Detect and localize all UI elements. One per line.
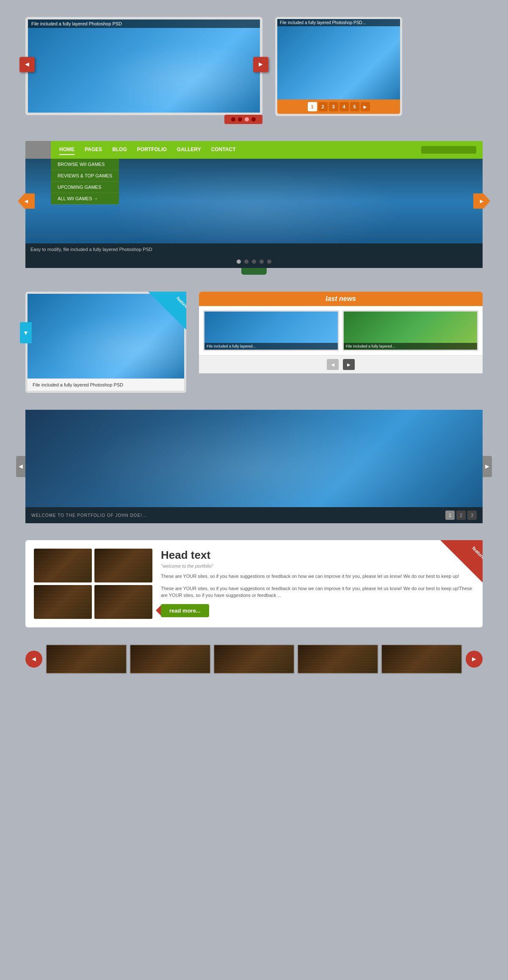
nav-bar: HOME PAGES BLOG PORTFOLIO GALLERY CONTAC…: [25, 141, 483, 159]
dot-3[interactable]: [245, 117, 249, 121]
portfolio-caption: WELCOME TO THE PORTFOLIO OF JOHN DOE!...: [31, 513, 147, 518]
slider-large-title: File included a fully layered Photoshop …: [28, 19, 260, 28]
page-1[interactable]: 1: [308, 102, 317, 111]
content-images: [34, 549, 152, 619]
dot-4[interactable]: [251, 117, 256, 121]
dropdown-menu: BROWSE WII GAMES REVIEWS & TOP GAMES UPC…: [51, 159, 119, 204]
slider-large-nav-left[interactable]: ◄: [19, 57, 35, 72]
news-thumb-1: File included a fully layered...: [203, 310, 339, 351]
featured-caption: File included a fully layered Photoshop …: [28, 378, 184, 391]
content-img-2: [94, 549, 152, 582]
slider-nav-right[interactable]: ►: [473, 193, 490, 209]
nav-item-home[interactable]: HOME: [59, 145, 75, 155]
content-img-4: [94, 585, 152, 619]
slider-large-slide: File included a fully layered Photoshop …: [28, 19, 260, 113]
featured-ribbon: featured: [148, 292, 186, 330]
portfolio-page-3[interactable]: 3: [467, 511, 477, 520]
section-portfolio: ◄ ► WELCOME TO THE PORTFOLIO OF JOHN DOE…: [25, 410, 483, 523]
dd-reviews[interactable]: REVIEWS & TOP GAMES: [51, 170, 119, 182]
search-bar[interactable]: [421, 146, 476, 154]
thumb-item-3[interactable]: [213, 644, 295, 674]
slider-large-nav-right[interactable]: ►: [253, 57, 268, 72]
thumbstrip-nav-right[interactable]: ►: [466, 651, 483, 668]
news-thumb-caption-1: File included a fully layered...: [204, 343, 338, 350]
content-img-1: [34, 549, 92, 582]
sdot-3[interactable]: [252, 259, 256, 264]
dot-2[interactable]: [238, 117, 242, 121]
sdot-2[interactable]: [244, 259, 248, 264]
dd-all[interactable]: ALL WII GAMES →: [51, 193, 119, 204]
slider-large: File included a fully layered Photoshop …: [25, 17, 262, 124]
dot-1[interactable]: [231, 117, 235, 121]
content-img-3: [34, 585, 92, 619]
featured-card: featured ▼ File included a fully layered…: [25, 292, 186, 393]
slider-nav-left[interactable]: ◄: [18, 193, 35, 209]
content-ribbon-text: featured: [471, 545, 483, 562]
content-body-text-2: These are YOUR sites, so if you have sug…: [161, 585, 474, 599]
portfolio-slider: ◄ ► WELCOME TO THE PORTFOLIO OF JOHN DOE…: [25, 410, 483, 523]
sdot-4[interactable]: [260, 259, 264, 264]
last-news: last news File included a fully layered.…: [199, 292, 483, 373]
logo-box: [25, 141, 51, 159]
sdot-1[interactable]: [237, 259, 241, 264]
content-ribbon: featured: [440, 540, 483, 582]
section-nav-slider: HOME PAGES BLOG PORTFOLIO GALLERY CONTAC…: [25, 141, 483, 275]
dd-browse[interactable]: BROWSE WII GAMES: [51, 159, 119, 170]
news-header: last news: [199, 292, 483, 306]
dd-upcoming[interactable]: UPCOMING GAMES: [51, 182, 119, 193]
portfolio-pages: 1 2 3: [445, 511, 477, 520]
section-thumbstrip: ◄ ►: [25, 644, 483, 674]
thumb-item-4[interactable]: [297, 644, 378, 674]
section-sliders: File included a fully layered Photoshop …: [25, 17, 483, 124]
news-thumbs: File included a fully layered... File in…: [199, 306, 483, 355]
nav-item-gallery[interactable]: GALLERY: [177, 145, 201, 155]
content-head-text: Head text: [161, 549, 474, 562]
news-nav-prev[interactable]: ◄: [327, 359, 339, 370]
nav-items: HOME PAGES BLOG PORTFOLIO GALLERY CONTAC…: [51, 145, 421, 155]
slider-small-nav-right[interactable]: ►: [361, 102, 370, 111]
slider-caption-bar: Easy to modify, file included a fully la…: [25, 243, 483, 255]
content-text: Head text "welcome to the portfolio" The…: [161, 549, 474, 619]
nav-item-pages[interactable]: PAGES: [85, 145, 102, 155]
slider-caption: Easy to modify, file included a fully la…: [30, 247, 152, 252]
thumb-item-5[interactable]: [381, 644, 462, 674]
featured-nav-btn[interactable]: ▼: [20, 322, 32, 343]
portfolio-page-1[interactable]: 1: [445, 511, 455, 520]
content-img-row-2: [34, 585, 152, 619]
slider-small-title: File included a fully layered Photoshop …: [277, 19, 400, 26]
nav-item-contact[interactable]: CONTACT: [211, 145, 236, 155]
slider-large-dots: [224, 115, 262, 124]
section-content: Head text "welcome to the portfolio" The…: [25, 540, 483, 627]
nav-item-blog[interactable]: BLOG: [112, 145, 127, 155]
thumb-item-1[interactable]: [46, 644, 127, 674]
slide-wave: [28, 32, 260, 113]
content-body-text-1: These are YOUR sites, so if you have sug…: [161, 573, 474, 580]
news-thumb-2: File included a fully layered...: [342, 310, 478, 351]
portfolio-wave: [25, 410, 483, 507]
thumb-item-2[interactable]: [130, 644, 211, 674]
read-more-button[interactable]: read more...: [161, 604, 209, 617]
news-nav-next[interactable]: ►: [343, 359, 355, 370]
nav-item-portfolio[interactable]: PORTFOLIO: [137, 145, 167, 155]
read-more-label: read more...: [169, 607, 201, 614]
slider-large-frame: File included a fully layered Photoshop …: [25, 17, 262, 115]
portfolio-page-2[interactable]: 2: [456, 511, 466, 520]
content-sub-text: "welcome to the portfolio": [161, 563, 474, 569]
thumbstrip-nav-left[interactable]: ◄: [25, 651, 42, 668]
slider-small-frame: File included a fully layered Photoshop …: [275, 17, 402, 116]
page-3[interactable]: 3: [329, 102, 338, 111]
sdot-5[interactable]: [267, 259, 271, 264]
page-2[interactable]: 2: [318, 102, 328, 111]
thumb-strip: [46, 644, 462, 674]
slider-small: File included a fully layered Photoshop …: [275, 17, 402, 116]
slider-dots-bar: [25, 255, 483, 268]
content-img-row-1: [34, 549, 152, 582]
page-5[interactable]: 5: [350, 102, 359, 111]
slider-small-slide: File included a fully layered Photoshop …: [277, 19, 400, 99]
portfolio-nav-left[interactable]: ◄: [16, 456, 25, 477]
portfolio-nav-right[interactable]: ►: [483, 456, 492, 477]
page-4[interactable]: 4: [340, 102, 349, 111]
slider-small-pagination: 1 2 3 4 5 ►: [277, 99, 400, 114]
portfolio-slide: [25, 410, 483, 507]
news-thumb-caption-2: File included a fully layered...: [344, 343, 477, 350]
